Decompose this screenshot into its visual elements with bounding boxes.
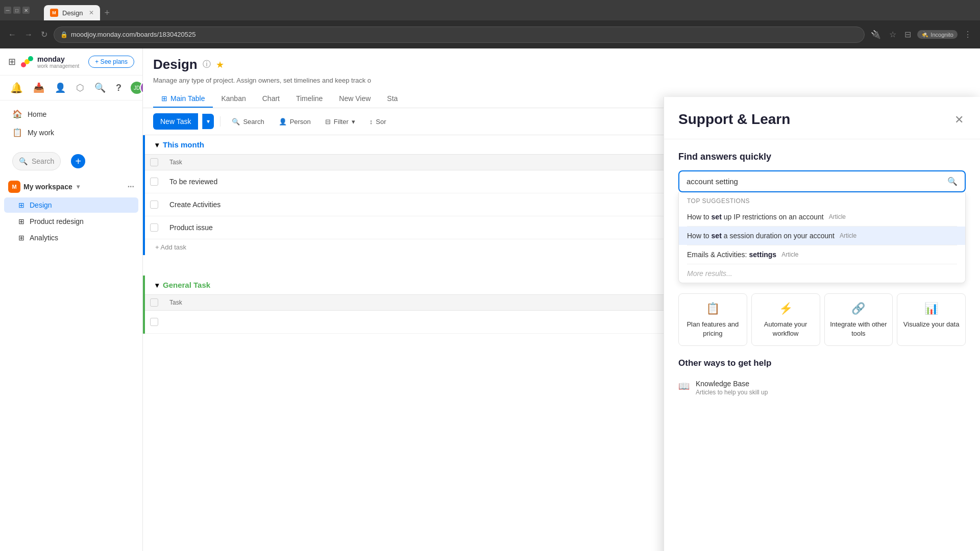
gen-header-checkbox[interactable] (150, 298, 158, 307)
help-item-knowledge-base[interactable]: 📖 Knowledge Base Articles to help you sk… (678, 375, 966, 400)
sidebar-item-analytics[interactable]: ⊞ Analytics (4, 230, 138, 245)
suggestion-1-type: Article (829, 213, 846, 220)
tab-sta[interactable]: Sta (379, 90, 406, 108)
person-filter-button[interactable]: 👤 Person (274, 115, 316, 129)
knowledge-base-content: Knowledge Base Articles to help you skil… (696, 380, 768, 396)
visualize-card-label: Visualize your data (903, 320, 960, 328)
app-grid-icon[interactable]: ⊞ (8, 56, 16, 67)
quick-cards: 📋 Plan features and pricing ⚡ Automate y… (678, 293, 966, 346)
reload-button[interactable]: ↻ (39, 28, 50, 41)
analytics-icon: ⊞ (18, 234, 24, 242)
see-plans-button[interactable]: + See plans (88, 56, 134, 68)
product-redesign-label: Product redesign (30, 217, 84, 226)
workspace-menu-icon[interactable]: ··· (128, 182, 134, 191)
sidebar-item-product-redesign[interactable]: ⊞ Product redesign (4, 214, 138, 229)
knowledge-base-label: Knowledge Base (696, 380, 768, 388)
search-placeholder: Search (32, 157, 54, 165)
sidebar-toggle[interactable]: ⊟ (902, 28, 913, 41)
quick-card-plan[interactable]: 📋 Plan features and pricing (678, 293, 747, 346)
tab-new-view[interactable]: New View (331, 90, 379, 108)
nav-item-home[interactable]: 🏠 Home (4, 105, 138, 123)
lock-icon: 🔒 (60, 31, 68, 38)
row-3-checkbox[interactable] (150, 223, 158, 232)
row-checkbox-col (145, 178, 163, 186)
knowledge-base-desc: Articles to help you skill up (696, 389, 768, 396)
workspace-icon: M (8, 181, 20, 193)
suggestion-2-text-after: a session duration on your account (724, 232, 835, 240)
window-controls[interactable]: ─ □ ✕ (4, 7, 30, 14)
suggestion-item-3[interactable]: Emails & Activities: settings Article (679, 245, 965, 264)
tab-main-table[interactable]: ⊞ Main Table (153, 90, 213, 108)
suggestion-3-text-before: Emails & Activities: (687, 251, 747, 259)
filter-button[interactable]: ⊟ Filter ▾ (320, 115, 360, 129)
support-close-button[interactable]: ✕ (952, 111, 966, 129)
support-search-icon-button[interactable]: 🔍 (947, 177, 958, 186)
row-1-checkbox[interactable] (150, 178, 158, 186)
support-title: Support & Learn (678, 111, 790, 128)
visualize-card-icon: 📊 (902, 301, 960, 317)
row-1-task-text: To be reviewed (169, 178, 217, 186)
quick-card-integrate[interactable]: 🔗 Integrate with other tools (824, 293, 893, 346)
support-search-box[interactable]: 🔍 (678, 170, 966, 192)
support-search-input[interactable] (687, 177, 942, 186)
tab-kanban[interactable]: Kanban (213, 90, 254, 108)
new-task-dropdown-button[interactable]: ▾ (202, 114, 214, 129)
toolbar-separator (220, 116, 220, 127)
suggestion-4-text: More results... (687, 269, 732, 278)
active-browser-tab[interactable]: M Design ✕ (44, 5, 100, 20)
help-button[interactable]: ? (114, 81, 124, 95)
board-star-icon[interactable]: ★ (216, 59, 224, 70)
menu-button[interactable]: ⋮ (962, 28, 974, 41)
inbox-icon-button[interactable]: 📥 (31, 80, 46, 95)
row-2-checkbox[interactable] (150, 201, 158, 209)
tab-close-button[interactable]: ✕ (89, 9, 94, 16)
star-button[interactable]: ☆ (887, 28, 898, 41)
board-info-icon[interactable]: ⓘ (203, 59, 211, 70)
design-board-icon: ⊞ (18, 201, 24, 209)
incognito-badge: 🕵 Incognito (917, 30, 958, 39)
sidebar-item-design[interactable]: ⊞ Design (4, 197, 138, 213)
minimize-button[interactable]: ─ (4, 7, 11, 14)
tab-chart[interactable]: Chart (254, 90, 288, 108)
plan-card-label: Plan features and pricing (687, 320, 739, 337)
search-toolbar-button[interactable]: 🔍 Search (227, 115, 269, 129)
sidebar-search[interactable]: 🔍 Search (12, 152, 61, 170)
suggestion-item-2[interactable]: How to set a session duration on your ac… (679, 227, 965, 245)
sort-button[interactable]: ↕ Sor (364, 115, 391, 129)
knowledge-base-icon: 📖 (678, 381, 690, 392)
close-window-button[interactable]: ✕ (22, 7, 30, 14)
invite-people-button[interactable]: 👤 (53, 80, 68, 95)
main-table-label: Main Table (170, 94, 205, 103)
new-task-button[interactable]: New Task (153, 113, 198, 130)
apps-button[interactable]: ⬡ (74, 80, 86, 95)
quick-card-visualize[interactable]: 📊 Visualize your data (897, 293, 966, 346)
suggestion-item-1[interactable]: How to set up IP restrictions on an acco… (679, 208, 965, 226)
sta-label: Sta (387, 94, 398, 103)
suggestion-item-4[interactable]: More results... (679, 264, 965, 283)
quick-card-automate[interactable]: ⚡ Automate your workflow (751, 293, 820, 346)
group-general-task-toggle[interactable]: ▾ (155, 281, 159, 289)
header-checkbox[interactable] (150, 158, 158, 166)
gen-row-1-checkbox[interactable] (150, 318, 158, 326)
extensions-button[interactable]: 🔌 (869, 28, 883, 41)
bell-icon-button[interactable]: 🔔 (8, 80, 25, 96)
address-bar[interactable]: 🔒 moodjoy.monday.com/boards/1830420525 (54, 27, 865, 43)
nav-item-my-work[interactable]: 📋 My work (4, 123, 138, 141)
maximize-button[interactable]: □ (13, 7, 20, 14)
home-icon: 🏠 (12, 109, 22, 119)
monday-logo-svg (20, 55, 34, 69)
workspace-header[interactable]: M My workspace ▾ ··· (0, 177, 142, 197)
global-search-button[interactable]: 🔍 (92, 80, 108, 95)
back-button[interactable]: ← (6, 28, 18, 41)
forward-button[interactable]: → (22, 28, 35, 41)
group-this-month-toggle[interactable]: ▾ (155, 141, 159, 149)
board-title: Design (153, 57, 198, 72)
tab-timeline[interactable]: Timeline (288, 90, 331, 108)
new-tab-button[interactable]: + (100, 6, 114, 20)
suggestion-2-keyword: set (712, 232, 722, 240)
support-panel-header: Support & Learn ✕ (664, 97, 980, 139)
tab-bar: M Design ✕ + (36, 0, 114, 20)
gen-check-header (145, 298, 163, 307)
add-button[interactable]: + (71, 154, 85, 168)
timeline-label: Timeline (296, 94, 323, 103)
